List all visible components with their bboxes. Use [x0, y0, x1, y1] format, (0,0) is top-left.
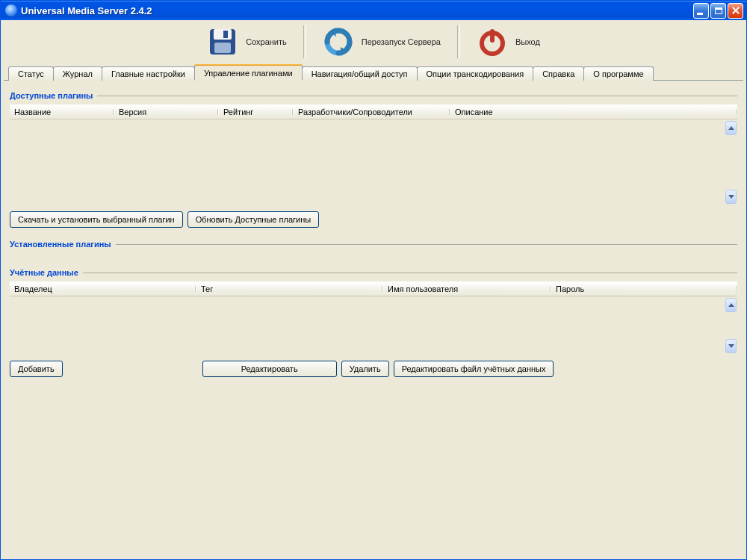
scrollbar[interactable]	[725, 296, 737, 355]
tab-transcoding[interactable]: Опции транскодирования	[417, 66, 534, 81]
svg-rect-2	[223, 31, 228, 38]
restart-button[interactable]: Перезапуск Сервера	[306, 23, 457, 60]
scrollbar[interactable]	[725, 119, 737, 205]
close-button[interactable]	[728, 3, 743, 19]
maximize-button[interactable]	[710, 3, 726, 19]
credentials-list[interactable]	[10, 296, 737, 355]
delete-button[interactable]: Удалить	[341, 361, 389, 377]
credentials-label: Учётные данные	[10, 268, 737, 277]
section-title: Доступные плагины	[10, 91, 93, 100]
available-plugins-header: Название Версия Рейтинг Разработчики/Соп…	[10, 105, 737, 119]
restart-label: Перезапуск Сервера	[362, 37, 441, 46]
credentials-actions: Добавить Редактировать Удалить Редактиро…	[10, 361, 737, 377]
installed-plugins-area	[10, 253, 737, 264]
tab-navigation-share[interactable]: Навигация/общий доступ	[302, 66, 418, 81]
app-window: Universal Media Server 2.4.2 Сохранить П…	[0, 0, 747, 560]
tab-label: Статус	[18, 69, 44, 78]
save-icon	[207, 26, 238, 57]
app-icon	[5, 4, 17, 16]
col-username[interactable]: Имя пользователя	[383, 284, 551, 293]
main-toolbar: Сохранить Перезапуск Сервера Выход	[1, 20, 746, 63]
col-description[interactable]: Описание	[450, 108, 737, 116]
col-version[interactable]: Версия	[114, 108, 219, 116]
tab-about[interactable]: О программе	[583, 66, 653, 81]
edit-button[interactable]: Редактировать	[202, 361, 337, 377]
section-title: Установленные плагины	[10, 240, 111, 249]
quit-button[interactable]: Выход	[460, 23, 557, 60]
scroll-down-icon[interactable]	[725, 190, 737, 204]
add-button[interactable]: Добавить	[10, 361, 63, 377]
refresh-available-button[interactable]: Обновить Доступные плагины	[187, 211, 319, 228]
tab-label: Главные настройки	[111, 69, 185, 78]
scroll-up-icon[interactable]	[725, 298, 737, 312]
save-label: Сохранить	[246, 37, 287, 46]
col-tag[interactable]: Тег	[196, 284, 383, 293]
quit-label: Выход	[515, 37, 540, 46]
svg-rect-3	[214, 43, 231, 53]
scroll-up-icon[interactable]	[725, 121, 737, 135]
tab-log[interactable]: Журнал	[53, 66, 102, 81]
credentials-header: Владелец Тег Имя пользователя Пароль	[10, 281, 737, 296]
col-password[interactable]: Пароль	[551, 284, 737, 293]
titlebar: Universal Media Server 2.4.2	[1, 1, 746, 20]
available-plugins-list[interactable]	[10, 119, 737, 205]
tab-help[interactable]: Справка	[533, 66, 584, 81]
scroll-down-icon[interactable]	[725, 339, 737, 353]
tab-general-settings[interactable]: Главные настройки	[102, 66, 195, 81]
tab-plugin-management[interactable]: Управление плагинами	[194, 64, 303, 81]
power-icon	[477, 26, 508, 57]
tabstrip: Статус Журнал Главные настройки Управлен…	[1, 63, 746, 80]
minimize-button[interactable]	[693, 3, 709, 19]
col-owner[interactable]: Владелец	[10, 284, 196, 293]
col-name[interactable]: Название	[10, 108, 114, 116]
tab-label: О программе	[593, 69, 643, 78]
client-area: Сохранить Перезапуск Сервера Выход Стату…	[1, 20, 746, 559]
col-authors[interactable]: Разработчики/Сопроводители	[294, 108, 450, 116]
available-plugins-actions: Скачать и установить выбранный плагин Об…	[10, 211, 737, 228]
plugins-panel: Доступные плагины Название Версия Рейтин…	[4, 80, 743, 556]
svg-rect-1	[214, 29, 232, 40]
tab-label: Управление плагинами	[204, 69, 293, 78]
download-install-button[interactable]: Скачать и установить выбранный плагин	[10, 211, 183, 228]
edit-credentials-file-button[interactable]: Редактировать файл учётных данных	[394, 361, 554, 377]
window-title: Universal Media Server 2.4.2	[21, 5, 693, 16]
available-plugins-label: Доступные плагины	[10, 91, 737, 100]
save-button[interactable]: Сохранить	[190, 23, 303, 60]
tab-label: Справка	[542, 69, 574, 78]
section-title: Учётные данные	[10, 268, 78, 277]
restart-icon	[323, 26, 354, 57]
tab-label: Журнал	[63, 69, 93, 78]
tab-label: Навигация/общий доступ	[311, 69, 408, 78]
col-rating[interactable]: Рейтинг	[219, 108, 294, 116]
window-controls	[693, 3, 743, 19]
svg-rect-7	[490, 29, 495, 43]
tab-status[interactable]: Статус	[8, 66, 54, 81]
installed-plugins-label: Установленные плагины	[10, 240, 737, 249]
tab-label: Опции транскодирования	[427, 69, 524, 78]
